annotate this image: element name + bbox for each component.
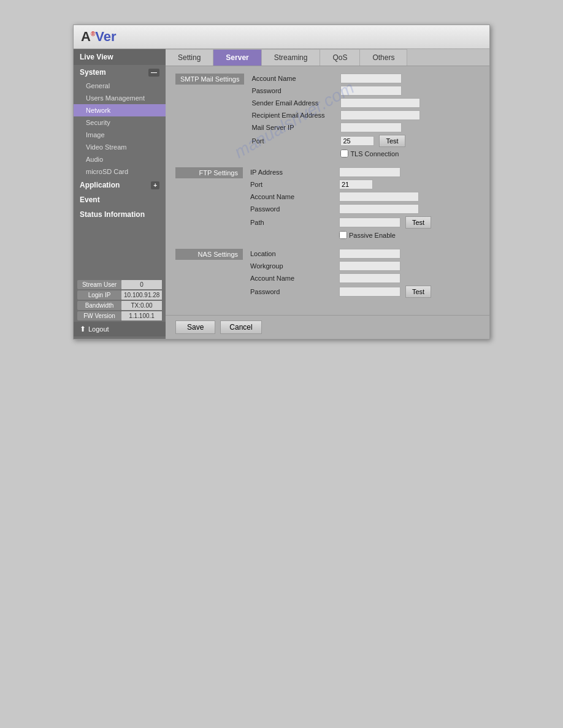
ftp-passive-checkbox[interactable] — [339, 231, 347, 239]
sidebar-item-video-stream[interactable]: Video Stream — [74, 141, 166, 153]
smtp-section-header: SMTP Mail Settings — [175, 74, 244, 85]
tab-others[interactable]: Others — [360, 49, 407, 66]
form-content: SMTP Mail Settings Account Name Password — [166, 66, 489, 315]
sidebar-item-microsd-card[interactable]: microSD Card — [74, 165, 166, 178]
sidebar-status: Stream User 0 Login IP 10.100.91.28 Band… — [74, 276, 166, 339]
bandwidth-value: TX:0.00 — [121, 301, 162, 310]
nas-account-name-label: Account Name — [250, 275, 339, 282]
ftp-password-input[interactable] — [339, 204, 419, 214]
nas-test-button[interactable]: Test — [405, 286, 431, 298]
save-button[interactable]: Save — [175, 320, 215, 334]
nas-password-label: Password — [250, 288, 339, 295]
sidebar-item-audio[interactable]: Audio — [74, 153, 166, 165]
tab-setting[interactable]: Setting — [166, 49, 213, 66]
nas-workgroup-input[interactable] — [339, 261, 400, 271]
sidebar-section-event[interactable]: Event — [74, 192, 166, 207]
header-bar: A®Ver — [74, 25, 489, 49]
smtp-account-name-input[interactable] — [340, 74, 402, 83]
sidebar-section-status-information-label: Status Information — [80, 210, 145, 219]
sidebar-item-security[interactable]: Security — [74, 116, 166, 129]
tab-streaming[interactable]: Streaming — [262, 49, 321, 66]
ftp-account-name-input[interactable] — [339, 192, 419, 202]
ftp-ip-label: IP Address — [250, 169, 339, 176]
bandwidth-label: Bandwidth — [77, 301, 121, 310]
bottom-bar: Save Cancel — [166, 315, 489, 339]
smtp-mail-server-ip-row: Mail Server IP — [251, 123, 480, 132]
tab-qos[interactable]: QoS — [320, 49, 360, 66]
logo-ver: Ver — [95, 29, 116, 44]
smtp-sender-email-input[interactable] — [340, 98, 420, 108]
ftp-ip-row: IP Address — [250, 167, 480, 177]
logout-icon: ⬆ — [80, 325, 86, 333]
login-ip-label: Login IP — [77, 290, 121, 300]
sidebar-logout-button[interactable]: ⬆ Logout — [74, 322, 166, 336]
sidebar-item-image[interactable]: Image — [74, 129, 166, 141]
smtp-tls-row: TLS Connection — [251, 150, 480, 157]
app-window: A®Ver Live View System — General Users M… — [73, 25, 490, 339]
ftp-path-row: Path Test — [250, 216, 480, 229]
ftp-port-row: Port — [250, 180, 480, 189]
sidebar-section-application-label: Application — [80, 181, 120, 189]
login-ip-value: 10.100.91.28 — [121, 290, 162, 300]
sidebar-section-status-information[interactable]: Status Information — [74, 207, 166, 222]
ftp-account-name-label: Account Name — [250, 193, 339, 200]
sidebar-item-users-management[interactable]: Users Management — [74, 92, 166, 104]
nas-workgroup-label: Workgroup — [250, 262, 339, 270]
nas-section-header: NAS Settings — [175, 249, 243, 260]
sidebar-live-view[interactable]: Live View — [74, 49, 166, 65]
sidebar-section-application[interactable]: Application + — [74, 178, 166, 192]
sidebar-section-application-expand-icon: + — [151, 181, 159, 189]
ftp-password-label: Password — [250, 205, 339, 213]
ftp-passive-label: Passive Enable — [349, 232, 396, 239]
ftp-path-input[interactable] — [339, 218, 400, 227]
smtp-test-button[interactable]: Test — [379, 135, 405, 147]
cancel-button[interactable]: Cancel — [220, 320, 261, 334]
status-row-login-ip: Login IP 10.100.91.28 — [77, 290, 162, 300]
smtp-password-label: Password — [251, 87, 340, 94]
ftp-account-name-row: Account Name — [250, 192, 480, 202]
status-row-stream-user: Stream User 0 — [77, 280, 162, 289]
sidebar-section-system-label: System — [80, 68, 106, 77]
status-row-bandwidth: Bandwidth TX:0.00 — [77, 301, 162, 310]
smtp-mail-server-ip-label: Mail Server IP — [251, 124, 340, 131]
ftp-passive-row: Passive Enable — [250, 231, 480, 239]
nas-workgroup-row: Workgroup — [250, 261, 480, 271]
status-row-fw-version: FW Version 1.1.100.1 — [77, 311, 162, 320]
smtp-recipient-email-input[interactable] — [340, 110, 420, 120]
smtp-port-label: Port — [251, 137, 340, 145]
logo: A®Ver — [81, 29, 117, 45]
ftp-section: FTP Settings IP Address Port — [175, 167, 480, 241]
ftp-ip-input[interactable] — [339, 167, 400, 177]
sidebar: Live View System — General Users Managem… — [74, 49, 166, 339]
nas-account-name-row: Account Name — [250, 273, 480, 283]
smtp-password-row: Password — [251, 86, 480, 96]
smtp-password-input[interactable] — [340, 86, 402, 96]
smtp-port-row: Port Test — [251, 135, 480, 147]
smtp-tls-label: TLS Connection — [350, 150, 399, 157]
smtp-sender-email-row: Sender Email Address — [251, 98, 480, 108]
ftp-test-button[interactable]: Test — [405, 216, 431, 229]
smtp-mail-server-ip-input[interactable] — [340, 123, 402, 132]
tab-server[interactable]: Server — [213, 49, 261, 66]
stream-user-value: 0 — [121, 280, 162, 289]
smtp-section: SMTP Mail Settings Account Name Password — [175, 74, 480, 160]
smtp-sender-email-label: Sender Email Address — [251, 99, 340, 107]
sidebar-item-general[interactable]: General — [74, 80, 166, 92]
nas-location-label: Location — [250, 250, 339, 257]
fw-version-value: 1.1.100.1 — [121, 311, 162, 320]
fw-version-label: FW Version — [77, 311, 121, 320]
nas-password-input[interactable] — [339, 287, 400, 297]
smtp-port-input[interactable] — [340, 136, 374, 146]
sidebar-item-network[interactable]: Network — [74, 104, 166, 116]
main-layout: Live View System — General Users Managem… — [74, 49, 489, 339]
logout-label: Logout — [88, 325, 109, 333]
nas-location-row: Location — [250, 249, 480, 259]
nas-location-input[interactable] — [339, 249, 400, 259]
ftp-port-input[interactable] — [339, 180, 373, 189]
nas-account-name-input[interactable] — [339, 273, 400, 283]
sidebar-section-system-expand-icon: — — [148, 69, 159, 77]
nas-section: NAS Settings Location Workgroup — [175, 249, 480, 300]
smtp-tls-checkbox[interactable] — [340, 150, 348, 157]
sidebar-section-system[interactable]: System — — [74, 65, 166, 80]
smtp-recipient-email-label: Recipient Email Address — [251, 112, 340, 119]
